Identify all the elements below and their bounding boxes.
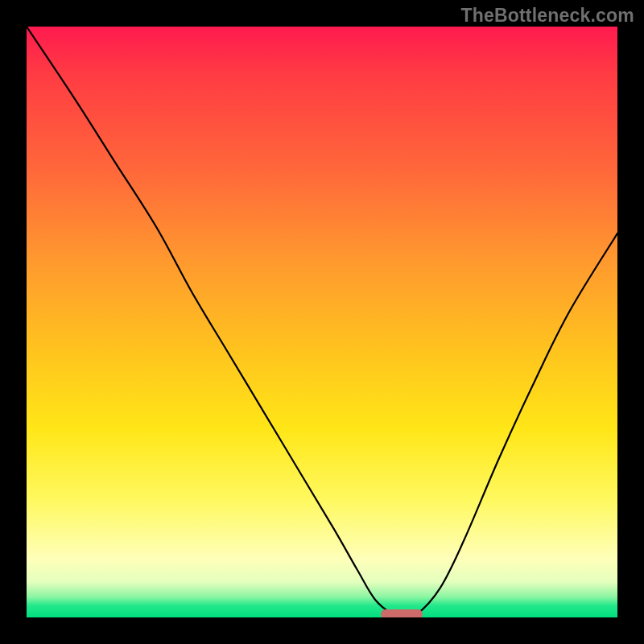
watermark-text: TheBottleneck.com bbox=[460, 5, 634, 27]
minimum-marker bbox=[381, 609, 422, 617]
plot-area bbox=[27, 27, 617, 617]
bottleneck-curve bbox=[27, 27, 617, 617]
chart-frame: TheBottleneck.com bbox=[0, 0, 644, 644]
